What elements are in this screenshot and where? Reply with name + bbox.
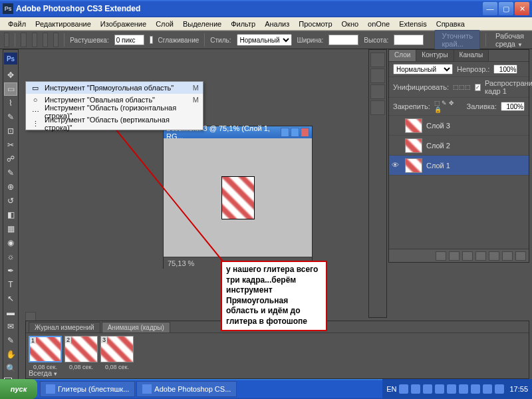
blend-mode-select[interactable]: Нормальный	[393, 64, 453, 74]
layer-mask-button[interactable]	[462, 251, 473, 261]
menu-layer[interactable]: Слой	[152, 19, 178, 29]
new-layer-button[interactable]	[502, 251, 513, 261]
current-tool-icon[interactable]	[4, 33, 9, 47]
visibility-toggle[interactable]: 👁	[392, 161, 401, 170]
menu-file[interactable]: Файл	[4, 19, 30, 29]
start-button[interactable]: пуск	[0, 379, 37, 399]
selection-mode-subtract[interactable]	[43, 33, 48, 47]
eyedropper-tool[interactable]: ✎	[4, 334, 17, 347]
stamp-tool[interactable]: ⊕	[4, 180, 17, 194]
ps-logo-icon[interactable]: Ps	[4, 53, 17, 65]
doc-close-button[interactable]	[301, 128, 309, 137]
tray-icon[interactable]	[447, 384, 456, 394]
doc-maximize-button[interactable]	[291, 128, 299, 137]
menu-extensis[interactable]: Extensis	[395, 19, 431, 29]
language-indicator[interactable]: EN	[386, 385, 396, 393]
single-column-marquee-item[interactable]: ⋮ Инструмент "Область (вертикальная стро…	[26, 118, 203, 130]
style-select[interactable]: Нормальный	[237, 34, 292, 46]
propagate-checkbox[interactable]: ✓	[475, 84, 481, 91]
layer-row-2[interactable]: Слой 2	[389, 136, 529, 156]
adjustment-layer-button[interactable]	[475, 251, 486, 261]
quick-select-tool[interactable]: ✎	[4, 110, 17, 124]
dodge-tool[interactable]: ☼	[4, 250, 17, 263]
measurement-log-tab[interactable]: Журнал измерений	[29, 322, 100, 332]
brush-tool[interactable]: ✎	[4, 166, 17, 180]
menu-help[interactable]: Справка	[432, 19, 469, 29]
menu-analysis[interactable]: Анализ	[261, 19, 293, 29]
feather-input[interactable]	[114, 35, 144, 45]
notes-tool[interactable]: ✉	[4, 320, 17, 333]
minimize-button[interactable]: —	[483, 2, 497, 15]
layer-name[interactable]: Слой 2	[426, 142, 450, 150]
delete-layer-button[interactable]	[515, 251, 526, 261]
marquee-tool[interactable]: ▭	[4, 82, 17, 96]
tray-icon[interactable]	[423, 384, 432, 394]
menu-onone[interactable]: onOne	[364, 19, 394, 29]
healing-tool[interactable]: ☍	[4, 152, 17, 166]
selection-mode-intersect[interactable]	[53, 33, 59, 47]
dock-icon-color[interactable]	[370, 68, 385, 83]
menu-window[interactable]: Окно	[338, 19, 363, 29]
crop-tool[interactable]: ⊡	[4, 124, 17, 138]
hand-tool[interactable]: ✋	[4, 348, 17, 361]
canvas-area[interactable]	[164, 138, 312, 257]
menu-view[interactable]: Просмотр	[295, 19, 336, 29]
layers-tab[interactable]: Слои	[389, 50, 416, 61]
link-layers-button[interactable]	[436, 251, 446, 261]
lasso-tool[interactable]: ⌇	[4, 96, 17, 110]
dock-icon-styles[interactable]	[370, 100, 385, 115]
layer-name[interactable]: Слой 1	[426, 162, 450, 170]
layer-style-button[interactable]	[449, 251, 460, 261]
close-button[interactable]: ✕	[515, 2, 529, 15]
history-brush-tool[interactable]: ↺	[4, 194, 17, 207]
task-button-1[interactable]: Глитеры (блестяшк...	[40, 381, 135, 397]
zoom-tool[interactable]: 🔍	[4, 362, 17, 375]
fill-input[interactable]	[501, 102, 525, 111]
visibility-toggle[interactable]	[392, 141, 401, 150]
visibility-toggle[interactable]	[392, 121, 401, 130]
layer-group-button[interactable]	[489, 251, 499, 261]
type-tool[interactable]: T	[4, 278, 17, 291]
selection-mode-new[interactable]	[21, 33, 26, 47]
tray-icon[interactable]	[459, 384, 468, 394]
tray-icon[interactable]	[483, 384, 492, 394]
dock-icon-nav[interactable]	[370, 53, 385, 67]
paths-tab[interactable]: Контуры	[416, 50, 454, 61]
rectangular-marquee-item[interactable]: ▭ Инструмент "Прямоугольная область" M	[26, 82, 203, 94]
eraser-tool[interactable]: ◧	[4, 208, 17, 221]
layer-name[interactable]: Слой 3	[426, 122, 450, 130]
selection-mode-add[interactable]	[32, 33, 37, 47]
tray-icon[interactable]	[495, 384, 504, 394]
menu-edit[interactable]: Редактирование	[31, 19, 95, 29]
tray-icon[interactable]	[471, 384, 480, 394]
move-tool[interactable]: ✥	[4, 68, 17, 82]
zoom-level[interactable]: 75,13 %	[168, 259, 194, 267]
pen-tool[interactable]: ✒	[4, 264, 17, 277]
menu-select[interactable]: Выделение	[179, 19, 225, 29]
workspace-menu[interactable]: Рабочая среда ▼	[491, 31, 528, 49]
blur-tool[interactable]: ◉	[4, 236, 17, 249]
loop-option[interactable]: Всегда	[29, 369, 52, 377]
slice-tool[interactable]: ✂	[4, 138, 17, 152]
tray-icon[interactable]	[399, 384, 408, 394]
opacity-input[interactable]	[493, 65, 517, 74]
animation-frame-2[interactable]: 2 0,08 сек.	[65, 336, 98, 370]
animation-frames-tab[interactable]: Анимация (кадры)	[102, 322, 170, 332]
doc-minimize-button[interactable]	[281, 128, 289, 137]
layer-row-3[interactable]: Слой 3	[389, 116, 529, 136]
animation-frame-3[interactable]: 3 0,08 сек.	[100, 336, 134, 370]
channels-tab[interactable]: Каналы	[454, 50, 489, 61]
clock[interactable]: 17:55	[509, 385, 528, 393]
tray-icon[interactable]	[411, 384, 420, 394]
menu-filter[interactable]: Фильтр	[227, 19, 259, 29]
menu-image[interactable]: Изображение	[96, 19, 150, 29]
path-select-tool[interactable]: ↖	[4, 292, 17, 305]
task-button-2[interactable]: Adobe Photoshop CS...	[136, 381, 237, 397]
animation-frame-1[interactable]: 1 0,08 сек.	[29, 336, 62, 370]
gradient-tool[interactable]: ▦	[4, 222, 17, 235]
tray-icon[interactable]	[435, 384, 444, 394]
shape-tool[interactable]: ▬	[4, 306, 17, 319]
dock-icon-swatches[interactable]	[370, 84, 385, 99]
maximize-button[interactable]: ▢	[499, 2, 513, 15]
layer-row-1[interactable]: 👁 Слой 1	[389, 156, 529, 176]
